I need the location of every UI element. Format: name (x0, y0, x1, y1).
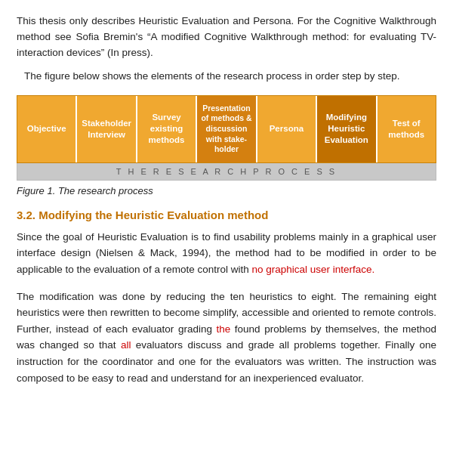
research-process-diagram: ObjectiveStakeholder InterviewSurvey exi… (17, 95, 436, 181)
section-number: 3.2. (17, 209, 35, 221)
figure-caption: Figure 1. The research process (17, 185, 436, 196)
research-steps-row: ObjectiveStakeholder InterviewSurvey exi… (17, 95, 436, 163)
highlight-red-3: all (121, 339, 131, 351)
research-step-1: Objective (17, 96, 77, 162)
research-label-bar: T H E R E S E A R C H P R O C E S S (17, 163, 436, 181)
highlight-red-2: the (216, 323, 230, 335)
research-step-2: Stakeholder Interview (77, 96, 137, 162)
body-paragraph-1: Since the goal of Heuristic Evaluation i… (17, 229, 436, 278)
section-title: Modifying the Heuristic Evaluation metho… (39, 209, 268, 221)
intro-paragraph-1: This thesis only describes Heuristic Eva… (17, 14, 436, 61)
section-heading: 3.2. Modifying the Heuristic Evaluation … (17, 209, 436, 221)
research-step-5: Persona (257, 96, 317, 162)
research-step-4: Presentation of methods & discussion wit… (197, 96, 257, 162)
intro-text-1: This thesis only describes Heuristic Eva… (17, 15, 436, 58)
intro-paragraph-2: The figure below shows the elements of t… (17, 69, 436, 85)
research-step-6: Modifying Heuristic Evaluation (317, 96, 377, 162)
highlight-red-1: no graphical user interface. (251, 264, 374, 275)
body-paragraph-2: The modification was done by reducing th… (17, 289, 436, 387)
intro-text-2: The figure below shows the elements of t… (24, 69, 400, 85)
research-step-3: Survey existing methods (137, 96, 197, 162)
research-step-7: Test of methods (378, 96, 436, 162)
